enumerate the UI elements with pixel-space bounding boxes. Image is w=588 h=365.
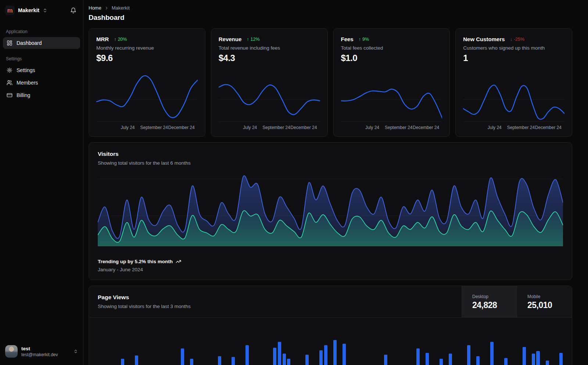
bar: [523, 347, 526, 365]
stat-x-axis-labels: July 24 September 24 December 24: [341, 125, 442, 131]
bar: [504, 358, 508, 365]
sidebar-section: Application Dashboard: [3, 29, 80, 49]
trend-arrow-icon: ↑: [359, 37, 361, 42]
sidebar-item-members[interactable]: Members: [3, 77, 80, 89]
bar: [121, 359, 124, 365]
stat-trend-badge: ↑ 20%: [114, 37, 127, 42]
bar: [232, 357, 235, 365]
sidebar-item-billing[interactable]: Billing: [3, 89, 80, 101]
stat-card-subtitle: Total fees collected: [341, 45, 442, 51]
bar: [440, 359, 443, 365]
bar: [305, 355, 309, 365]
bar: [467, 345, 470, 365]
svg-text:m: m: [7, 7, 12, 14]
chevron-right-icon: [104, 6, 109, 10]
stat-card-mrr: MRR ↑ 20% Monthly recurring revenue $9.6…: [89, 28, 205, 137]
visitors-trend-text: Trending up by 5.2% this month: [98, 259, 173, 264]
x-tick-label: September 24: [385, 125, 412, 130]
stat-trend-badge: ↓ -25%: [510, 37, 524, 42]
bar: [319, 350, 323, 365]
bar: [476, 356, 480, 365]
app-root: m Makerkit Application Dashboard Setting…: [0, 0, 588, 365]
trend-arrow-icon: ↑: [114, 37, 116, 42]
makerkit-logo-icon: m: [5, 6, 15, 15]
stat-sparkline-chart: [341, 71, 442, 123]
x-tick-label: September 24: [262, 125, 290, 130]
visitors-area-chart: [98, 175, 563, 246]
sidebar-item-label: Billing: [17, 92, 30, 98]
mobile-label: Mobile: [527, 294, 562, 299]
stat-x-axis-labels: July 24 September 24 December 24: [219, 125, 320, 131]
dashboard-icon: [7, 40, 12, 46]
user-menu[interactable]: test test@makerkit.dev: [3, 344, 80, 359]
stat-sparkline-chart: [96, 71, 198, 123]
notifications-button[interactable]: [69, 6, 78, 15]
sidebar: m Makerkit Application Dashboard Setting…: [0, 0, 83, 365]
desktop-label: Desktop: [472, 294, 506, 299]
stat-card-subtitle: Total revenue including fees: [219, 45, 320, 51]
bar: [287, 359, 290, 365]
trend-percent: -25%: [514, 37, 524, 42]
page-views-subtitle: Showing total visitors for the last 3 mo…: [98, 304, 453, 309]
bar: [536, 351, 539, 365]
stats-grid: MRR ↑ 20% Monthly recurring revenue $9.6…: [89, 28, 572, 137]
stat-sparkline-chart: [219, 71, 320, 123]
stat-card-title: Revenue: [219, 36, 242, 42]
sidebar-section-label: Application: [3, 29, 80, 34]
page-views-title: Page Views: [98, 294, 453, 301]
workspace-name: Makerkit: [18, 7, 39, 13]
trend-arrow-icon: ↓: [510, 37, 512, 42]
sidebar-item-label: Settings: [17, 67, 35, 73]
credit-card-icon: [7, 92, 12, 98]
stat-card-title: MRR: [96, 36, 109, 42]
chevrons-up-down-icon: [43, 8, 47, 13]
bar: [218, 356, 221, 365]
sidebar-item-settings[interactable]: Settings: [3, 64, 80, 76]
stat-x-axis-labels: July 24 September 24 December 24: [463, 125, 564, 131]
bar: [546, 361, 549, 365]
trend-percent: 20%: [118, 37, 127, 42]
breadcrumb-home-link[interactable]: Home: [89, 5, 101, 11]
visitors-subtitle: Showing total visitors for the last 6 mo…: [98, 160, 563, 166]
bar: [343, 344, 346, 365]
main-content: Home Makerkit Dashboard MRR ↑ 20% Monthl…: [84, 0, 588, 365]
breadcrumb: Home Makerkit: [89, 5, 572, 11]
x-tick-label: July 24: [365, 125, 379, 130]
bar: [426, 353, 429, 365]
bar: [273, 348, 276, 365]
x-tick-label: September 24: [140, 125, 168, 130]
trend-percent: 9%: [362, 37, 369, 42]
bar: [190, 359, 193, 365]
chevrons-up-down-icon: [74, 349, 78, 354]
stat-card-value: $4.3: [219, 53, 320, 63]
stat-card-subtitle: Customers who signed up this month: [463, 45, 564, 51]
trend-arrow-icon: ↑: [247, 37, 249, 42]
stat-card-value: 1: [463, 53, 564, 63]
sidebar-item-dashboard[interactable]: Dashboard: [3, 37, 80, 49]
bar: [532, 354, 535, 365]
page-title: Dashboard: [89, 14, 572, 22]
toggle-mobile[interactable]: Mobile 25,010: [517, 286, 572, 317]
x-tick-label: December 24: [290, 125, 317, 130]
toggle-desktop[interactable]: Desktop 24,828: [462, 286, 517, 317]
visitors-title: Visitors: [98, 151, 563, 157]
bar: [333, 340, 337, 365]
bar: [283, 354, 286, 365]
trend-percent: 12%: [251, 37, 260, 42]
user-email: test@makerkit.dev: [21, 352, 58, 357]
x-tick-label: December 24: [413, 125, 439, 130]
sidebar-item-label: Dashboard: [17, 40, 42, 46]
stat-card-revenue: Revenue ↑ 12% Total revenue including fe…: [211, 28, 328, 137]
bar: [490, 342, 494, 365]
stat-card-fees: Fees ↑ 9% Total fees collected $1.0 July…: [333, 28, 450, 137]
users-icon: [7, 80, 12, 86]
stat-card-title: Fees: [341, 36, 354, 42]
bar: [449, 354, 452, 365]
sidebar-section: Settings Settings Members Billing: [3, 56, 80, 101]
stat-card-new-customers: New Customers ↓ -25% Customers who signe…: [455, 28, 572, 137]
visitors-date-range: January - June 2024: [98, 267, 563, 272]
x-tick-label: July 24: [243, 125, 257, 130]
sidebar-section-label: Settings: [3, 56, 80, 61]
workspace-selector[interactable]: m Makerkit: [3, 5, 80, 16]
x-tick-label: July 24: [121, 125, 135, 130]
